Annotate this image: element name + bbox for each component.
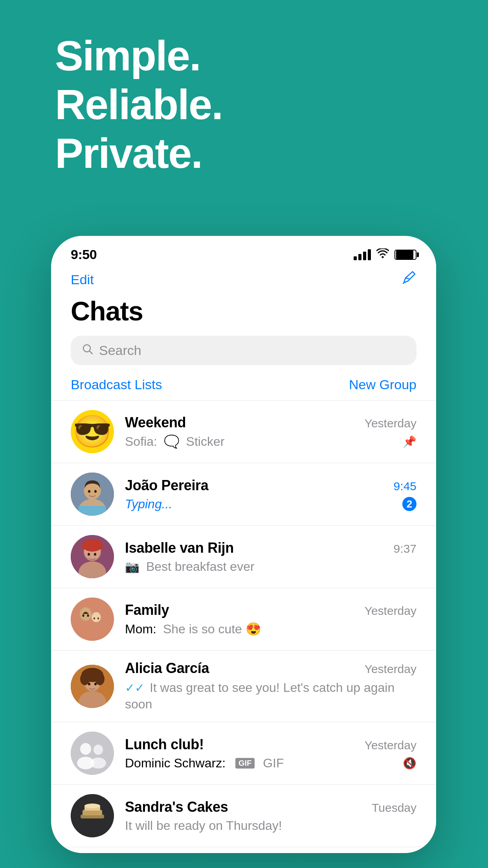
- svg-point-0: [382, 256, 384, 258]
- chat-preview-row-isabelle: 📷 Best breakfast ever: [125, 559, 416, 574]
- chat-name-family: Family: [125, 602, 169, 618]
- chat-item-alicia[interactable]: Alicia García Yesterday ✓✓ It was great …: [51, 651, 436, 722]
- chat-preview-joao: Typing...: [125, 497, 402, 511]
- svg-point-8: [88, 490, 90, 493]
- svg-point-27: [97, 618, 99, 620]
- chat-item-isabelle[interactable]: Isabelle van Rijn 9:37 📷 Best breakfast …: [51, 526, 436, 588]
- svg-point-33: [80, 673, 90, 685]
- chat-item-lunch[interactable]: Lunch club! Yesterday Dominic Schwarz: G…: [51, 722, 436, 785]
- chat-content-lunch: Lunch club! Yesterday Dominic Schwarz: G…: [125, 736, 416, 771]
- svg-rect-44: [83, 810, 102, 815]
- chat-time-joao: 9:45: [394, 480, 416, 493]
- avatar-family: [71, 598, 114, 641]
- svg-point-34: [95, 673, 105, 685]
- chat-name-joao: João Pereira: [125, 477, 209, 494]
- chat-header-joao: João Pereira 9:45: [125, 477, 416, 494]
- chat-content-joao: João Pereira 9:45 Typing... 2: [125, 477, 416, 511]
- chat-name-alicia: Alicia García: [125, 660, 209, 677]
- svg-point-18: [94, 553, 96, 556]
- gif-badge: GIF: [235, 758, 255, 769]
- chat-name-sandras: Sandra's Cakes: [125, 799, 228, 815]
- hero-line1: Simple.: [55, 31, 222, 80]
- svg-point-26: [94, 618, 95, 620]
- chat-content-alicia: Alicia García Yesterday ✓✓ It was great …: [125, 660, 416, 712]
- chat-time-alicia: Yesterday: [365, 662, 416, 676]
- chat-preview-alicia: ✓✓ It was great to see you! Let's catch …: [125, 680, 416, 712]
- svg-point-25: [87, 614, 89, 617]
- chat-header-sandras: Sandra's Cakes Tuesday: [125, 799, 416, 815]
- svg-point-41: [90, 758, 106, 769]
- hero-line2: Reliable.: [55, 80, 222, 129]
- chat-time-family: Yesterday: [365, 604, 416, 618]
- status-time: 9:50: [71, 247, 97, 262]
- search-icon: [82, 343, 94, 358]
- chat-preview-row-weekend: Sofia: 🗨️ Sticker 📌: [125, 434, 416, 449]
- chat-name-lunch: Lunch club!: [125, 736, 204, 753]
- pin-icon: 📌: [403, 435, 416, 448]
- avatar-isabelle: [71, 535, 114, 578]
- chat-item-family[interactable]: Family Yesterday Mom: She is so cute 😍: [51, 588, 436, 651]
- svg-rect-10: [79, 506, 106, 516]
- chat-preview-family: Mom: She is so cute 😍: [125, 622, 416, 636]
- battery-icon: [394, 250, 416, 260]
- actions-row: Broadcast Lists New Group: [51, 377, 436, 401]
- search-input[interactable]: Search: [99, 343, 141, 358]
- chat-preview-row-lunch: Dominic Schwarz: GIF GIF 🔇: [125, 756, 416, 771]
- svg-point-9: [94, 490, 97, 493]
- avatar-sandras: [71, 794, 114, 837]
- page-title: Chats: [71, 296, 416, 326]
- svg-point-24: [83, 614, 84, 617]
- chat-preview-lunch: Dominic Schwarz: GIF GIF: [125, 756, 403, 771]
- chat-preview-row-sandras: It will be ready on Thursday!: [125, 818, 416, 833]
- camera-icon: 📷: [125, 560, 139, 574]
- new-group-button[interactable]: New Group: [349, 377, 416, 392]
- preview-sender-family: Mom:: [125, 622, 156, 636]
- compose-icon[interactable]: [401, 270, 416, 289]
- chat-preview-sandras: It will be ready on Thursday!: [125, 818, 416, 833]
- sticker-icon: 🗨️: [164, 434, 180, 449]
- svg-rect-16: [82, 545, 103, 549]
- chat-header-isabelle: Isabelle van Rijn 9:37: [125, 540, 416, 556]
- avatar-lunch: [71, 732, 114, 775]
- chat-list: 😎 Weekend Yesterday Sofia: 🗨️ Sticker 📌: [51, 401, 436, 847]
- chat-content-isabelle: Isabelle van Rijn 9:37 📷 Best breakfast …: [125, 540, 416, 574]
- search-bar[interactable]: Search: [71, 336, 416, 365]
- chat-header-weekend: Weekend Yesterday: [125, 414, 416, 431]
- chat-preview-row-joao: Typing... 2: [125, 497, 416, 511]
- signal-icon: [354, 249, 371, 260]
- wifi-icon: [376, 248, 389, 261]
- read-receipt-icon: ✓✓: [125, 681, 145, 694]
- chat-name-isabelle: Isabelle van Rijn: [125, 540, 234, 556]
- svg-point-40: [94, 745, 103, 755]
- preview-sender-lunch: Dominic Schwarz:: [125, 756, 226, 771]
- svg-point-38: [80, 743, 91, 755]
- chat-header-family: Family Yesterday: [125, 602, 416, 618]
- avatar-alicia: [71, 665, 114, 708]
- edit-button[interactable]: Edit: [71, 272, 94, 287]
- svg-point-36: [94, 682, 97, 685]
- chat-preview-row-alicia: ✓✓ It was great to see you! Let's catch …: [125, 680, 416, 712]
- status-bar: 9:50: [51, 236, 436, 266]
- header-action-row: Edit: [71, 270, 416, 289]
- chat-name-weekend: Weekend: [125, 414, 186, 431]
- chat-time-isabelle: 9:37: [394, 542, 416, 555]
- chat-preview-row-family: Mom: She is so cute 😍: [125, 622, 416, 636]
- avatar-joao: [71, 473, 114, 516]
- phone-mockup: 9:50 Edit: [51, 236, 436, 853]
- chat-content-sandras: Sandra's Cakes Tuesday It will be ready …: [125, 799, 416, 833]
- svg-point-37: [71, 732, 114, 775]
- chat-preview-weekend: Sofia: 🗨️ Sticker: [125, 434, 403, 449]
- chat-header-alicia: Alicia García Yesterday: [125, 660, 416, 677]
- status-icons: [354, 248, 416, 261]
- hero-line3: Private.: [55, 129, 222, 178]
- svg-point-46: [84, 804, 100, 808]
- broadcast-lists-button[interactable]: Broadcast Lists: [71, 377, 162, 392]
- chat-time-sandras: Tuesday: [372, 801, 416, 815]
- chat-content-weekend: Weekend Yesterday Sofia: 🗨️ Sticker 📌: [125, 414, 416, 449]
- chat-item-weekend[interactable]: 😎 Weekend Yesterday Sofia: 🗨️ Sticker 📌: [51, 401, 436, 463]
- chats-header: Edit Chats Search: [51, 266, 436, 365]
- chat-preview-isabelle: 📷 Best breakfast ever: [125, 559, 416, 574]
- chat-item-joao[interactable]: João Pereira 9:45 Typing... 2: [51, 463, 436, 526]
- chat-time-lunch: Yesterday: [365, 739, 416, 752]
- chat-item-sandras[interactable]: Sandra's Cakes Tuesday It will be ready …: [51, 785, 436, 847]
